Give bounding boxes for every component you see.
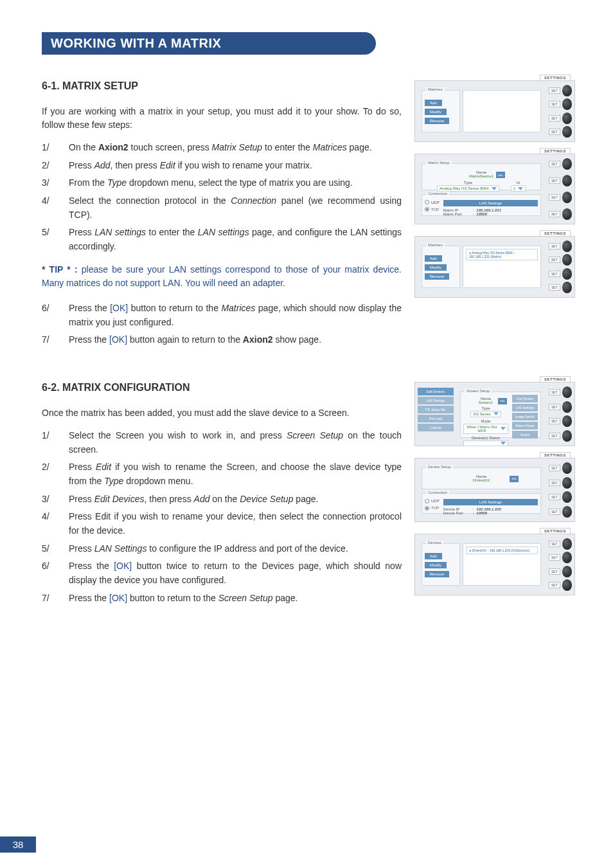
knob-label[interactable]: SET bbox=[549, 129, 560, 135]
step-num: 6/ bbox=[42, 559, 69, 587]
knob-icon[interactable] bbox=[562, 538, 572, 550]
tab-matrix-preset[interactable]: Matrix Preset bbox=[512, 422, 538, 429]
settings-tab[interactable]: SETTINGS bbox=[540, 75, 571, 81]
knob-label[interactable]: SET bbox=[549, 101, 560, 107]
remove-button[interactable]: Remove bbox=[425, 571, 449, 577]
add-button[interactable]: Add bbox=[425, 553, 442, 559]
knob-label[interactable]: SET bbox=[549, 284, 560, 291]
knob-icon[interactable] bbox=[562, 491, 572, 503]
tab-image-switch[interactable]: Image Switch bbox=[512, 413, 538, 420]
knob-label[interactable]: SET bbox=[549, 418, 560, 424]
knob-label[interactable]: SET bbox=[549, 554, 560, 561]
edit-icon[interactable]: Edit bbox=[510, 476, 519, 482]
knob-icon[interactable] bbox=[562, 552, 572, 563]
knob-label[interactable]: SET bbox=[549, 271, 560, 277]
devices-status-label: Device(s) Status bbox=[463, 436, 508, 440]
knob-icon[interactable] bbox=[562, 240, 572, 252]
add-button[interactable]: Add bbox=[425, 255, 442, 262]
knob-icon[interactable] bbox=[562, 192, 572, 203]
knob-label[interactable]: SET bbox=[549, 243, 560, 249]
knob-icon[interactable] bbox=[562, 158, 572, 170]
step-num: 4/ bbox=[42, 194, 69, 222]
settings-tab[interactable]: SETTINGS bbox=[540, 452, 571, 458]
knob-label[interactable]: SET bbox=[549, 433, 560, 439]
knob-icon[interactable] bbox=[562, 282, 572, 293]
screenshot-column-1: SETTINGS Matrices Add Modify Remove SET … bbox=[414, 80, 575, 356]
knob-icon[interactable] bbox=[562, 477, 572, 489]
tab-lan-settings[interactable]: LAN Settings bbox=[512, 404, 538, 411]
knob-label[interactable]: SET bbox=[549, 582, 560, 588]
tab-output[interactable]: Output bbox=[512, 431, 538, 439]
mode-dropdown[interactable]: Mixer / Matrix Std MFR bbox=[463, 424, 508, 434]
knob-label[interactable]: SET bbox=[549, 177, 560, 184]
knob-icon[interactable] bbox=[562, 430, 572, 442]
knob-label[interactable]: SET bbox=[549, 494, 560, 500]
settings-tab[interactable]: SETTINGS bbox=[540, 148, 571, 154]
type-label: Type bbox=[463, 406, 508, 410]
settings-tab[interactable]: SETTINGS bbox=[540, 528, 571, 534]
tab-preload[interactable]: Pre-Load bbox=[418, 415, 454, 422]
id-dropdown[interactable]: 1 bbox=[511, 185, 526, 192]
settings-tab[interactable]: SETTINGS bbox=[540, 230, 571, 237]
knob-label[interactable]: SET bbox=[549, 509, 560, 515]
panel-title: Screen Setup bbox=[465, 389, 492, 393]
remove-button[interactable]: Remove bbox=[425, 273, 449, 280]
modify-button[interactable]: Modify bbox=[425, 109, 447, 115]
knob-icon[interactable] bbox=[562, 113, 572, 124]
modify-button[interactable]: Modify bbox=[425, 562, 447, 568]
knob-icon[interactable] bbox=[562, 208, 572, 220]
knob-icon[interactable] bbox=[562, 254, 572, 266]
knob-icon[interactable] bbox=[562, 566, 572, 577]
knob-icon[interactable] bbox=[562, 268, 572, 280]
tcp-radio[interactable]: TCP bbox=[425, 207, 440, 212]
knob-label[interactable]: SET bbox=[549, 389, 560, 395]
list-item[interactable]: ● Analog Way IX2 Series 8064 – 192.168.1… bbox=[466, 249, 538, 260]
knob-icon[interactable] bbox=[562, 506, 572, 518]
knob-label[interactable]: SET bbox=[549, 257, 560, 263]
edit-icon[interactable]: Edit bbox=[498, 398, 507, 404]
type-dropdown[interactable]: IX2 Series bbox=[470, 411, 501, 417]
tab-tb-setup[interactable]: T.B. Setup Set. bbox=[418, 406, 454, 413]
tab-edit-devices[interactable]: Edit Devices bbox=[418, 388, 454, 395]
knob-label[interactable]: SET bbox=[549, 161, 560, 167]
knob-icon[interactable] bbox=[562, 98, 572, 110]
step-item: 1/Select the Screen you wish to work in,… bbox=[42, 429, 402, 457]
knob-icon[interactable] bbox=[562, 85, 572, 96]
tcp-radio[interactable]: TCP bbox=[425, 506, 440, 511]
knob-icon[interactable] bbox=[562, 462, 572, 474]
knob-label[interactable]: SET bbox=[549, 465, 560, 471]
edit-icon[interactable]: Edit bbox=[496, 172, 505, 178]
knob-label[interactable]: SET bbox=[549, 480, 560, 486]
tab-capture[interactable]: Capture bbox=[418, 424, 454, 431]
knob-label[interactable]: SET bbox=[549, 211, 560, 217]
knob-label[interactable]: SET bbox=[549, 541, 560, 547]
modify-button[interactable]: Modify bbox=[425, 264, 447, 271]
knob-icon[interactable] bbox=[562, 415, 572, 427]
page: WORKING WITH A MATRIX 6-1. MATRIX SETUP … bbox=[0, 0, 613, 868]
lan-settings-button[interactable]: LAN Settings bbox=[443, 499, 538, 505]
udp-radio[interactable]: UDP bbox=[425, 499, 440, 503]
tab-lan-settings[interactable]: LAN Settings bbox=[418, 397, 454, 404]
knob-label[interactable]: SET bbox=[549, 568, 560, 575]
remove-button[interactable]: Remove bbox=[425, 118, 449, 124]
udp-radio[interactable]: UDP bbox=[425, 200, 440, 204]
list-item[interactable]: ● DiVentiX2 – 192.168.1.220 (IX2Device1) bbox=[466, 547, 538, 554]
lan-settings-button[interactable]: LAN Settings bbox=[443, 200, 538, 206]
chevron-down-icon bbox=[492, 187, 497, 190]
knob-icon[interactable] bbox=[562, 175, 572, 186]
knob-label[interactable]: SET bbox=[549, 404, 560, 410]
settings-tab[interactable]: SETTINGS bbox=[540, 376, 571, 383]
knob-icon[interactable] bbox=[562, 579, 572, 591]
knob-label[interactable]: SET bbox=[549, 87, 560, 94]
chevron-down-icon bbox=[518, 187, 523, 190]
knob-icon[interactable] bbox=[562, 126, 572, 138]
knob-label[interactable]: SET bbox=[549, 115, 560, 122]
type-dropdown[interactable]: Analog Way IX2 Series 8064 bbox=[437, 185, 499, 192]
add-button[interactable]: Add bbox=[425, 100, 442, 106]
status-dropdown[interactable] bbox=[463, 440, 508, 446]
step-item: 3/Press Edit Devices, then press Add on … bbox=[42, 493, 402, 507]
knob-icon[interactable] bbox=[562, 386, 572, 398]
tab-add-screen[interactable]: Add Screen bbox=[512, 395, 538, 402]
knob-label[interactable]: SET bbox=[549, 194, 560, 201]
knob-icon[interactable] bbox=[562, 401, 572, 413]
